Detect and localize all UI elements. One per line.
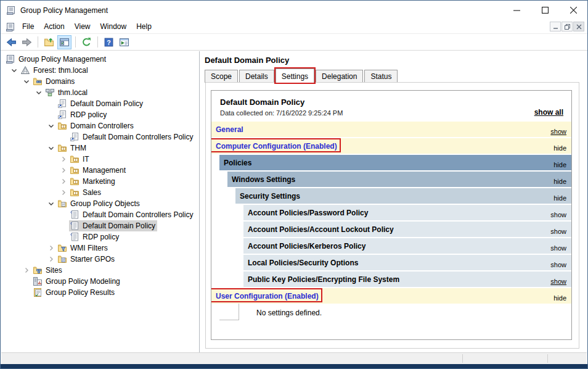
report-sections: GeneralshowComputer Configuration (Enabl… xyxy=(211,122,571,321)
show-all-link[interactable]: show all xyxy=(534,108,563,117)
tree-item-starter-gpos[interactable]: Starter GPOs xyxy=(1,254,199,265)
tab-delegation[interactable]: Delegation xyxy=(316,70,363,83)
section-heading[interactable]: Computer Configuration (Enabled) xyxy=(216,142,337,151)
tree-item-rdp-policy[interactable]: RDP policy xyxy=(1,109,199,120)
hide-link[interactable]: hide xyxy=(553,294,566,302)
tree-item-thm[interactable]: THM xyxy=(1,143,199,154)
chevron-collapsed-icon[interactable] xyxy=(58,154,69,164)
bottom-strip xyxy=(1,364,587,368)
settings-tab-page: Default Domain Policy Data collected on:… xyxy=(205,82,579,349)
chevron-expanded-icon[interactable] xyxy=(46,121,57,131)
tree-item-default-domain-controllers-policy[interactable]: Default Domain Controllers Policy xyxy=(1,209,199,220)
export-icon xyxy=(44,37,54,48)
tree-item-group-policy-modeling[interactable]: Group Policy Modeling xyxy=(1,276,199,287)
tree-item-label: Group Policy Modeling xyxy=(46,277,120,286)
section-heading: Windows Settings xyxy=(232,175,295,184)
modeling-icon xyxy=(33,276,43,286)
console-tree-icon xyxy=(59,37,70,48)
menu-action[interactable]: Action xyxy=(39,20,69,33)
new-window-button[interactable] xyxy=(117,35,131,49)
tree-item-default-domain-controllers-policy[interactable]: Default Domain Controllers Policy xyxy=(1,131,199,143)
menu-file[interactable]: File xyxy=(17,20,39,33)
show-link[interactable]: show xyxy=(550,211,566,218)
section-heading: Public Key Policies/Encrypting File Syst… xyxy=(248,275,399,284)
tree-item-management[interactable]: Management xyxy=(1,165,199,176)
show-link[interactable]: show xyxy=(550,261,566,268)
refresh-button[interactable] xyxy=(80,35,94,49)
show-link[interactable]: show xyxy=(550,278,566,285)
maximize-button[interactable] xyxy=(531,1,559,20)
mdi-minimize-button[interactable] xyxy=(550,22,561,31)
mdi-minimize-icon xyxy=(553,24,558,30)
tree-item-thm-local[interactable]: thm.local xyxy=(1,87,199,98)
hide-link[interactable]: hide xyxy=(553,194,566,202)
close-button[interactable] xyxy=(559,1,587,20)
tab-strip: ScopeDetailsSettingsDelegationStatus xyxy=(202,69,587,83)
toolbar-separator xyxy=(75,36,76,48)
tree-item-forest-thm-local[interactable]: Forest: thm.local xyxy=(1,65,199,76)
chevron-collapsed-icon[interactable] xyxy=(58,188,69,197)
tree-item-domains[interactable]: Domains xyxy=(1,76,199,87)
tree-item-default-domain-policy[interactable]: Default Domain Policy xyxy=(1,220,199,231)
chevron-expanded-icon[interactable] xyxy=(46,143,57,153)
mdi-restore-icon xyxy=(565,24,570,30)
chevron-expanded-icon[interactable] xyxy=(9,65,20,75)
section-heading: Policies xyxy=(224,159,251,167)
tab-details[interactable]: Details xyxy=(239,70,274,83)
tree-item-group-policy-management[interactable]: Group Policy Management xyxy=(1,54,199,65)
chevron-expanded-icon[interactable] xyxy=(33,88,44,97)
tree-item-label: WMI Filters xyxy=(70,244,108,252)
tree-item-default-domain-policy[interactable]: Default Domain Policy xyxy=(1,98,199,109)
chevron-collapsed-icon[interactable] xyxy=(58,176,69,186)
tree-item-sales[interactable]: Sales xyxy=(1,187,199,198)
status-bar xyxy=(1,352,587,364)
chevron-collapsed-icon[interactable] xyxy=(46,243,57,253)
tree-item-it[interactable]: IT xyxy=(1,154,199,165)
hide-link[interactable]: hide xyxy=(553,161,566,168)
chevron-expanded-icon[interactable] xyxy=(46,199,57,209)
chevron-collapsed-icon[interactable] xyxy=(58,165,69,175)
mdi-restore-button[interactable] xyxy=(561,22,573,31)
pane-title: Default Domain Policy xyxy=(202,51,587,69)
gpo-settings-report: Default Domain Policy Data collected on:… xyxy=(211,90,572,340)
chevron-collapsed-icon[interactable] xyxy=(21,265,32,275)
tab-scope[interactable]: Scope xyxy=(205,70,238,83)
section-heading[interactable]: General xyxy=(216,125,243,134)
hide-link[interactable]: hide xyxy=(553,144,566,152)
mdi-close-button[interactable] xyxy=(573,22,584,31)
tree-item-sites[interactable]: Sites xyxy=(1,265,199,276)
section-heading[interactable]: User Configuration (Enabled) xyxy=(216,292,319,301)
tree-item-label: Sites xyxy=(46,266,62,275)
show-console-tree-button[interactable] xyxy=(57,35,71,49)
tab-settings[interactable]: Settings xyxy=(276,68,314,83)
tab-label: Status xyxy=(370,72,391,81)
tab-status[interactable]: Status xyxy=(364,70,398,83)
tree-item-domain-controllers[interactable]: Domain Controllers xyxy=(1,120,199,131)
tree-item-group-policy-objects[interactable]: Group Policy Objects xyxy=(1,198,199,209)
gpo-link-icon xyxy=(57,99,67,109)
chevron-expanded-icon[interactable] xyxy=(21,77,32,86)
tree-item-label: RDP policy xyxy=(83,233,119,241)
hide-link[interactable]: hide xyxy=(553,178,566,185)
show-link[interactable]: show xyxy=(550,128,566,135)
window-controls xyxy=(502,1,587,20)
tree-item-wmi-filters[interactable]: WMI Filters xyxy=(1,243,199,254)
chevron-collapsed-icon[interactable] xyxy=(46,254,57,264)
main-area: Group Policy ManagementForest: thm.local… xyxy=(1,51,587,352)
help-button[interactable]: ? xyxy=(102,35,116,49)
report-section-policies: Policieshide xyxy=(219,155,571,170)
tree-item-marketing[interactable]: Marketing xyxy=(1,176,199,187)
tree-item-rdp-policy[interactable]: RDP policy xyxy=(1,231,199,243)
tab-label: Delegation xyxy=(322,72,357,81)
export-list-button[interactable] xyxy=(42,35,56,49)
minimize-button[interactable] xyxy=(502,1,531,20)
show-link[interactable]: show xyxy=(550,244,566,252)
section-heading: Account Policies/Kerberos Policy xyxy=(248,242,365,251)
menu-window[interactable]: Window xyxy=(96,20,132,33)
menu-view[interactable]: View xyxy=(70,20,96,33)
show-link[interactable]: show xyxy=(550,228,566,235)
forward-button[interactable] xyxy=(20,35,34,49)
menu-help[interactable]: Help xyxy=(131,20,157,33)
back-button[interactable] xyxy=(4,35,18,49)
tree-item-group-policy-results[interactable]: Group Policy Results xyxy=(1,287,199,298)
